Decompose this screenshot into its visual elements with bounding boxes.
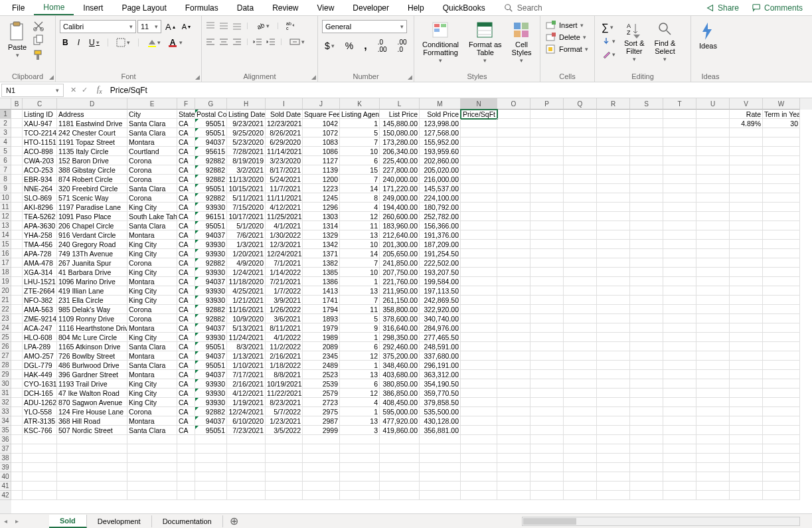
col-header-H[interactable]: H xyxy=(227,98,266,110)
font-name-select[interactable]: Calibri▾ xyxy=(60,20,136,33)
row-header-16[interactable]: 16 xyxy=(0,249,11,258)
increase-font-icon[interactable]: A▴ xyxy=(163,21,178,33)
row-header-18[interactable]: 18 xyxy=(0,268,11,277)
table-row[interactable]: APA-728749 13Th AvenueKing CityCA939301/… xyxy=(11,249,812,258)
row-header-7[interactable]: 7 xyxy=(0,165,11,175)
format-painter-icon[interactable] xyxy=(33,49,44,61)
col-header-N[interactable]: N xyxy=(461,98,497,110)
row-header-9[interactable]: 9 xyxy=(0,184,11,193)
comma-format-button[interactable]: , xyxy=(361,39,369,53)
row-header-6[interactable]: 6 xyxy=(0,156,11,165)
sheet-nav-prev[interactable]: ◂ xyxy=(0,517,11,525)
col-header-E[interactable]: E xyxy=(127,98,177,110)
row-header-5[interactable]: 5 xyxy=(0,147,11,156)
table-row[interactable]: APA-3630206 Chapel CircleSanta ClaraCA95… xyxy=(11,221,812,230)
col-header-Q[interactable]: Q xyxy=(564,98,597,110)
menu-review[interactable]: Review xyxy=(263,1,307,15)
menu-search[interactable]: Search xyxy=(495,1,552,15)
align-middle-icon[interactable] xyxy=(219,21,228,31)
table-row[interactable]: TCO-2214242 Chester CourtSanta ClaraCA95… xyxy=(11,128,812,137)
col-header-U[interactable]: U xyxy=(696,98,730,110)
table-row[interactable]: AMA-563985 Delak's WayCoronaCA9288211/16… xyxy=(11,305,812,314)
table-row[interactable]: TEA-52621091 Paso PlaceSouth Lake TahCA9… xyxy=(11,212,812,221)
row-header-8[interactable]: 8 xyxy=(0,175,11,184)
table-row[interactable]: ADU-1262870 Sagwon AvenueKing CityCA9393… xyxy=(11,398,812,407)
insert-cells-button[interactable]: Insert ▾ xyxy=(544,20,585,31)
table-row[interactable]: YLO-558124 Fire House LaneCoronaCA928821… xyxy=(11,407,812,416)
table-row[interactable]: LPA-2891165 Atkinson DriveSanta ClaraCA9… xyxy=(11,342,812,351)
fill-color-button[interactable]: ▾ xyxy=(144,37,163,48)
alignment-launcher[interactable]: ◢ xyxy=(311,74,316,80)
ideas-button[interactable]: Ideas xyxy=(695,20,721,51)
fill-button[interactable]: ▾ xyxy=(599,35,618,47)
table-row[interactable] xyxy=(11,454,812,463)
table-row[interactable]: LHU-15211096 Marino DriveMontaraCA940371… xyxy=(11,277,812,286)
col-header-C[interactable]: C xyxy=(23,98,57,110)
table-row[interactable]: KSC-766507 Nordic StreetSanta ClaraCA950… xyxy=(11,426,812,435)
table-row[interactable]: HLO-608804 Mc Lure CircleKing CityCA9393… xyxy=(11,333,812,342)
table-row[interactable] xyxy=(11,482,812,491)
col-header-V[interactable]: V xyxy=(730,98,763,110)
number-format-select[interactable]: General▾ xyxy=(322,20,407,33)
font-color-button[interactable]: A▾ xyxy=(167,36,186,49)
col-header-W[interactable]: W xyxy=(763,98,800,110)
accounting-format-button[interactable]: $ ▾ xyxy=(322,39,337,52)
cut-icon[interactable] xyxy=(33,20,44,32)
table-row[interactable]: ZME-92141109 Ronny DriveCoronaCA9288210/… xyxy=(11,314,812,323)
row-header-14[interactable]: 14 xyxy=(0,230,11,240)
col-header-R[interactable]: R xyxy=(597,98,630,110)
table-row[interactable]: DGL-779486 Burlwood DriveSanta ClaraCA95… xyxy=(11,361,812,370)
row-header-40[interactable]: 40 xyxy=(0,472,11,482)
formula-input[interactable] xyxy=(106,84,812,96)
share-button[interactable]: Share xyxy=(699,1,746,15)
row-header-33[interactable]: 33 xyxy=(0,407,11,416)
table-row[interactable]: NFO-382231 Ella CircleKing CityCA939301/… xyxy=(11,296,812,305)
menu-insert[interactable]: Insert xyxy=(74,1,112,15)
fx-icon[interactable]: fx xyxy=(93,84,106,95)
table-row[interactable]: ACA-2471116 Hearthstone DrivMontaraCA940… xyxy=(11,323,812,333)
row-header-17[interactable]: 17 xyxy=(0,258,11,268)
autosum-button[interactable]: ∑ ▾ xyxy=(599,20,616,34)
add-sheet-button[interactable]: ⊕ xyxy=(223,515,245,527)
table-row[interactable] xyxy=(11,435,812,444)
sheet-nav-next[interactable]: ▸ xyxy=(11,517,23,525)
menu-developer[interactable]: Developer xyxy=(343,1,398,15)
name-box[interactable]: N1▾ xyxy=(1,84,64,97)
row-header-10[interactable]: 10 xyxy=(0,193,11,203)
font-launcher[interactable]: ◢ xyxy=(195,74,200,80)
col-header-S[interactable]: S xyxy=(630,98,663,110)
col-header-J[interactable]: J xyxy=(303,98,340,110)
decrease-decimal-button[interactable]: .00.0 xyxy=(395,37,410,54)
comments-button[interactable]: Comments xyxy=(746,1,809,15)
select-all-corner[interactable] xyxy=(0,98,11,110)
underline-button[interactable]: U ▾ xyxy=(86,37,102,48)
clipboard-launcher[interactable]: ◢ xyxy=(49,74,54,80)
table-row[interactable]: XGA-31441 Barbara DriveKing CityCA939301… xyxy=(11,268,812,277)
table-row[interactable]: CYO-16311193 Trail DriveKing CityCA93930… xyxy=(11,379,812,389)
decrease-indent-icon[interactable] xyxy=(253,37,262,46)
col-header-I[interactable]: I xyxy=(266,98,303,110)
conditional-formatting-button[interactable]: Conditional Formatting▾ xyxy=(418,20,463,65)
row-header-20[interactable]: 20 xyxy=(0,286,11,296)
table-row[interactable]: XAU-9471181 Eastwind DriveSanta ClaraCA9… xyxy=(11,119,812,128)
row-header-11[interactable]: 11 xyxy=(0,203,11,212)
font-size-select[interactable]: 11▾ xyxy=(137,20,161,33)
row-header-27[interactable]: 27 xyxy=(0,351,11,361)
row-header-2[interactable]: 2 xyxy=(0,119,11,128)
row-header-26[interactable]: 26 xyxy=(0,342,11,351)
copy-icon[interactable] xyxy=(33,35,44,46)
table-row[interactable]: NNE-264320 Freebird CircleSanta ClaraCA9… xyxy=(11,184,812,193)
row-header-41[interactable]: 41 xyxy=(0,482,11,491)
col-header-F[interactable]: F xyxy=(177,98,195,110)
table-row[interactable] xyxy=(11,444,812,454)
col-header-L[interactable]: L xyxy=(380,98,420,110)
row-header-37[interactable]: 37 xyxy=(0,444,11,454)
row-header-21[interactable]: 21 xyxy=(0,296,11,305)
col-header-D[interactable]: D xyxy=(57,98,127,110)
align-top-icon[interactable] xyxy=(206,21,215,31)
find-select-button[interactable]: Find & Select▾ xyxy=(651,20,680,64)
number-launcher[interactable]: ◢ xyxy=(408,74,412,80)
table-row[interactable]: DCH-16547 Ike Walton RoadKing CityCA9393… xyxy=(11,389,812,398)
increase-decimal-button[interactable]: .0.00 xyxy=(375,37,390,54)
cell-styles-button[interactable]: Cell Styles▾ xyxy=(508,20,536,65)
